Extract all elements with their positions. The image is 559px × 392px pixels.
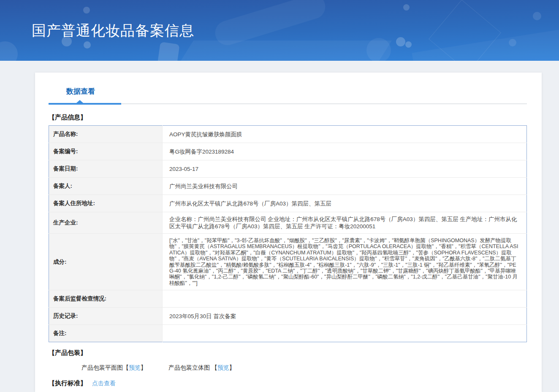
banner-decoration-band (412, 25, 559, 61)
banner-decoration-circle (83, 7, 90, 14)
bracket-open: 【 (123, 364, 129, 371)
banner-decoration-circle (0, 41, 18, 61)
banner-decoration-circle (403, 4, 410, 11)
page-title: 国产普通化妆品备案信息 (32, 21, 194, 41)
banner-decoration-circle (396, 37, 405, 46)
banner-decoration-circle (366, 38, 391, 61)
row-label: 备案后监督检查情况: (49, 290, 163, 308)
section-packaging-title: 【产品包装】 (49, 349, 527, 357)
execution-standard-row: 【执行标准】点击查看 (49, 379, 527, 387)
table-row-registrant-address: 备案人住所地址: 广州市从化区太平镇广从北路678号（厂房A03）第四层、第五层 (49, 195, 527, 212)
row-value: 粤G妆网备字2023189284 (163, 143, 527, 160)
row-label: 备案日期: (49, 160, 163, 178)
row-label: 历史记录: (49, 308, 163, 325)
row-value: 广州尚兰美业科技有限公司 (163, 178, 527, 195)
banner-decoration-square-outline (429, 0, 501, 61)
tab-bar: 数据查看 (49, 73, 527, 104)
table-row-product-name: 产品名称: AOPY黄芪抗皱嫩肤焕颜面膜 (49, 126, 527, 143)
section-execution-standard-title: 【执行标准】 (49, 379, 87, 387)
row-label: 备案人: (49, 178, 163, 195)
section-product-info-title: 【产品信息】 (49, 114, 527, 122)
table-row-manufacturer: 生产企业: 企业名称：广州尚兰美业科技有限公司 企业地址：广州市从化区太平镇广从… (49, 212, 527, 234)
row-label: 备案人住所地址: (49, 195, 163, 212)
bracket-close: 】 (229, 364, 235, 371)
row-label: 备注: (49, 325, 163, 342)
packaging-3d-preview-link[interactable]: 预览 (217, 364, 229, 371)
packaging-flat-preview-link[interactable]: 预览 (129, 364, 141, 371)
packaging-flat-view: 产品包装平面图【预览】 (81, 364, 147, 371)
tab-active-indicator (49, 103, 121, 105)
row-value: 企业名称：广州尚兰美业科技有限公司 企业地址：广州市从化区太平镇广从北路678号… (163, 212, 527, 234)
table-row-ingredients: 成分: ["水"，"甘油"，"羟苯甲酯"，"3-邻-乙基抗坏血酸"，"烟酰胺"，… (49, 234, 527, 290)
row-label: 生产企业: (49, 212, 163, 234)
row-label: 备案编号: (49, 143, 163, 160)
tab-data-view[interactable]: 数据查看 (66, 87, 95, 96)
banner-decoration-square (157, 42, 179, 61)
row-label: 成分: (49, 234, 163, 290)
tab-pointer-icon (76, 100, 83, 103)
banner-decoration-capsule (212, 0, 328, 48)
row-value (163, 325, 527, 342)
packaging-3d-label: 产品包装立体图 (168, 364, 210, 371)
banner-decoration-band (170, 41, 392, 61)
row-value (163, 290, 527, 308)
table-row-post-registration-inspection: 备案后监督检查情况: (49, 290, 527, 308)
banner-decoration-circle (509, 39, 516, 46)
banner-decoration-circle (84, 41, 91, 49)
table-row-registration-date: 备案日期: 2023-05-17 (49, 160, 527, 178)
table-row-registrant: 备案人: 广州尚兰美业科技有限公司 (49, 178, 527, 195)
table-row-registration-number: 备案编号: 粤G妆网备字2023189284 (49, 143, 527, 160)
banner-decoration-circle (405, 41, 412, 48)
row-value: 2023-05-17 (163, 160, 527, 178)
execution-standard-link[interactable]: 点击查看 (92, 380, 116, 387)
content-card: 数据查看 【产品信息】 产品名称: AOPY黄芪抗皱嫩肤焕颜面膜 备案编号: 粤… (35, 73, 542, 392)
row-value: 2023年05月30日 首次备案 (163, 308, 527, 325)
packaging-3d-view: 产品包装立体图 【预览】 (168, 364, 235, 371)
table-row-history: 历史记录: 2023年05月30日 首次备案 (49, 308, 527, 325)
bracket-open: 【 (212, 364, 217, 371)
row-value: ["水"，"甘油"，"羟苯甲酯"，"3-邻-乙基抗坏血酸"，"烟酰胺"，"三乙醇… (163, 234, 527, 290)
table-row-remarks: 备注: (49, 325, 527, 342)
packaging-previews: 产品包装平面图【预览】 产品包装立体图 【预览】 (81, 364, 527, 372)
row-value: 广州市从化区太平镇广从北路678号（厂房A03）第四层、第五层 (163, 195, 527, 212)
page-banner: 国产普通化妆品备案信息 (0, 0, 559, 61)
bracket-close: 】 (141, 364, 147, 371)
row-value: AOPY黄芪抗皱嫩肤焕颜面膜 (163, 126, 527, 143)
row-label: 产品名称: (49, 126, 163, 143)
banner-decoration-circle (533, 12, 541, 20)
product-info-table: 产品名称: AOPY黄芪抗皱嫩肤焕颜面膜 备案编号: 粤G妆网备字2023189… (49, 125, 527, 342)
packaging-flat-label: 产品包装平面图 (81, 364, 123, 371)
tab-underline (49, 103, 527, 104)
